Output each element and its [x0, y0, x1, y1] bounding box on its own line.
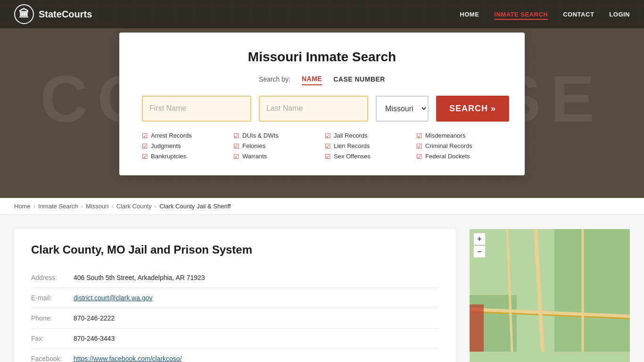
- address-label: Address:: [31, 274, 74, 281]
- check-icon: ☑: [142, 132, 148, 140]
- email-label: E-mail:: [31, 294, 74, 302]
- list-item: ☑ Warrants: [233, 153, 319, 160]
- list-item: ☑ Lien Records: [325, 142, 411, 150]
- nav-home[interactable]: HOME: [460, 11, 479, 18]
- svg-rect-8: [470, 304, 484, 352]
- nav-contact[interactable]: CONTACT: [563, 11, 594, 18]
- check-icon: ☑: [233, 153, 239, 160]
- breadcrumb-sep: ›: [155, 203, 157, 210]
- breadcrumb-home[interactable]: Home: [14, 203, 31, 210]
- map-zoom-out[interactable]: −: [473, 246, 486, 258]
- nav-links: HOME INMATE SEARCH CONTACT LOGIN: [460, 10, 630, 18]
- brand-name: StateCourts: [39, 9, 92, 20]
- check-icon: ☑: [142, 153, 148, 160]
- phone-value: 870-246-2222: [74, 314, 115, 322]
- breadcrumb-current: Clark County Jail & Sheriff: [159, 203, 231, 210]
- check-icon: ☑: [325, 153, 331, 160]
- breadcrumb-sep: ›: [33, 203, 35, 210]
- check-icon: ☑: [233, 142, 239, 150]
- content-area: Clark County, MO Jail and Prison System …: [0, 215, 644, 362]
- map-svg: [470, 229, 630, 362]
- last-name-input[interactable]: [259, 96, 368, 122]
- first-name-input[interactable]: [142, 96, 251, 122]
- check-icon: ☑: [325, 142, 331, 150]
- map-container: + −: [470, 229, 630, 362]
- list-item: ☑ Judgments: [142, 142, 228, 150]
- svg-rect-1: [554, 229, 630, 352]
- email-link[interactable]: district.court@clark.wa.gov: [74, 294, 152, 302]
- list-item: ☑ Federal Dockets: [416, 153, 502, 160]
- list-item: ☑ Arrest Records: [142, 132, 228, 140]
- facility-title: Clark County, MO Jail and Prison System: [31, 243, 438, 256]
- search-by-label: Search by:: [259, 75, 290, 83]
- fax-value: 870-246-3443: [74, 335, 115, 342]
- check-icon: ☑: [142, 142, 148, 150]
- breadcrumb-clark-county[interactable]: Clark County: [116, 203, 152, 210]
- navbar: 🏛 StateCourts HOME INMATE SEARCH CONTACT…: [0, 0, 644, 28]
- tab-name[interactable]: NAME: [302, 73, 322, 85]
- nav-inmate-search[interactable]: INMATE SEARCH: [494, 11, 548, 20]
- list-item: ☑ Jail Records: [325, 132, 411, 140]
- list-item: ☑ Felonies: [233, 142, 319, 150]
- list-item: ☑ Sex Offenses: [325, 153, 411, 160]
- hero-section: COURTHOUSE Missouri Inmate Search Search…: [0, 0, 644, 198]
- search-card-title: Missouri Inmate Search: [142, 49, 502, 65]
- logo-icon: 🏛: [14, 4, 34, 24]
- breadcrumb: Home › Inmate Search › Missouri › Clark …: [0, 198, 644, 215]
- breadcrumb-sep: ›: [111, 203, 113, 210]
- address-value: 406 South 5th Street, Arkadelphia, AR 71…: [74, 274, 205, 281]
- phone-label: Phone:: [31, 314, 74, 322]
- fax-label: Fax:: [31, 335, 74, 342]
- search-tabs: Search by: NAME CASE NUMBER: [142, 73, 502, 85]
- email-row: E-mail: district.court@clark.wa.gov: [31, 288, 438, 308]
- list-item: ☑ DUIs & DWIs: [233, 132, 319, 140]
- facebook-label: Facebook:: [31, 355, 74, 362]
- check-icon: ☑: [416, 132, 422, 140]
- fax-row: Fax: 870-246-3443: [31, 329, 438, 349]
- search-inputs: Missouri SEARCH »: [142, 96, 502, 122]
- list-item: ☑ Bankruptcies: [142, 153, 228, 160]
- state-select[interactable]: Missouri: [376, 96, 429, 122]
- facility-info-card: Clark County, MO Jail and Prison System …: [14, 229, 455, 362]
- checklist: ☑ Arrest Records ☑ DUIs & DWIs ☑ Jail Re…: [142, 132, 502, 160]
- search-button[interactable]: SEARCH »: [436, 96, 509, 122]
- phone-row: Phone: 870-246-2222: [31, 308, 438, 329]
- breadcrumb-sep: ›: [81, 203, 83, 210]
- check-icon: ☑: [416, 142, 422, 150]
- list-item: ☑ Criminal Records: [416, 142, 502, 150]
- facebook-link[interactable]: https://www.facebook.com/clarkcoso/: [74, 355, 182, 362]
- check-icon: ☑: [416, 153, 422, 160]
- brand-link[interactable]: 🏛 StateCourts: [14, 4, 92, 24]
- nav-login[interactable]: LOGIN: [609, 11, 630, 18]
- map-zoom-in[interactable]: +: [473, 233, 486, 245]
- search-card: Missouri Inmate Search Search by: NAME C…: [119, 33, 525, 175]
- check-icon: ☑: [325, 132, 331, 140]
- breadcrumb-inmate-search[interactable]: Inmate Search: [38, 203, 78, 210]
- map-controls: + −: [473, 233, 486, 258]
- breadcrumb-missouri[interactable]: Missouri: [86, 203, 108, 210]
- tab-case-number[interactable]: CASE NUMBER: [333, 74, 385, 85]
- map-panel: + −: [470, 229, 630, 362]
- facebook-row: Facebook: https://www.facebook.com/clark…: [31, 349, 438, 362]
- address-row: Address: 406 South 5th Street, Arkadelph…: [31, 268, 438, 288]
- list-item: ☑ Misdemeanors: [416, 132, 502, 140]
- check-icon: ☑: [233, 132, 239, 140]
